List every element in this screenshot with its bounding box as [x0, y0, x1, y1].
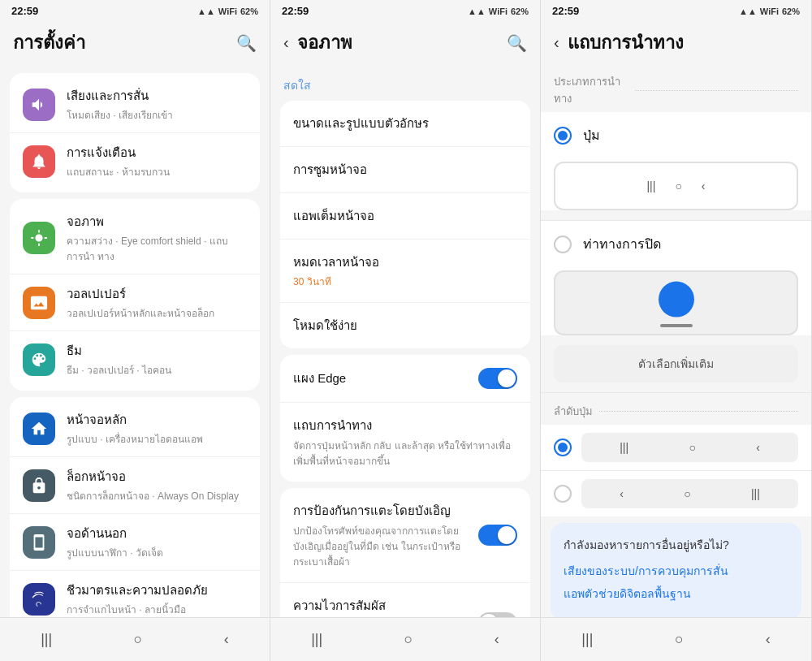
status-bar-2: 22:59 ▲▲ WiFi 62%	[270, 0, 540, 20]
zoom-item[interactable]: การซูมหน้าจอ	[280, 147, 530, 193]
panel2-header: ‹ จอภาพ 🔍	[270, 20, 540, 65]
home-btn-1[interactable]: ○	[118, 624, 159, 655]
timeout-item[interactable]: หมดเวลาหน้าจอ 30 วินาที	[280, 240, 530, 303]
menu-item-display[interactable]: จอภาพ ความสว่าง · Eye comfort shield · แ…	[10, 202, 260, 274]
sound-subtitle: โหมดเสียง · เสียงเรียกเข้า	[67, 107, 247, 123]
search-icon-2[interactable]: 🔍	[507, 33, 527, 53]
back-icon-3[interactable]: ‹	[554, 33, 559, 52]
panel3-scroll: ประเภทการนำทาง ปุ่ม ||| ○ ‹	[541, 65, 811, 661]
menu-item-notification[interactable]: การแจ้งเตือน แถบสถานะ · ห้ามรบกวน	[10, 133, 260, 189]
status-bar-3: 22:59 ▲▲ WiFi 62%	[541, 0, 811, 20]
more-button[interactable]: ตัวเลือกเพิ่มเติม	[554, 345, 798, 382]
navbar-item[interactable]: แถบการนำทาง จัดการปุ่มหน้าหลัก กลับ และล…	[280, 403, 530, 482]
biometrics-subtitle: การจำแกไบหน้า · ลายนิ้วมือ	[67, 602, 247, 617]
homescreen-title: หน้าจอหลัก	[67, 410, 247, 430]
wallpaper-icon	[23, 287, 55, 319]
search-icon-1[interactable]: 🔍	[236, 33, 257, 53]
display-group-2: แผง Edge แถบการนำทาง จัดการปุ่มหน้าหลัก …	[280, 355, 530, 482]
recent-btn-2[interactable]: |||	[295, 624, 339, 655]
recent-btn-1[interactable]: |||	[24, 624, 68, 655]
button-order-section: ลำดับปุ่ม ||| ○ ‹ ‹	[541, 396, 811, 516]
section-label-bright[interactable]: สดใส	[270, 70, 540, 97]
status-icons-2: ▲▲ WiFi 62%	[468, 6, 529, 16]
button-option-container: ปุ่ม ||| ○ ‹	[541, 112, 811, 210]
fullapp-title: แอพเต็มหน้าจอ	[293, 206, 517, 226]
menu-item-homescreen[interactable]: หน้าจอหลัก รูปแบบ · เครื่องหมายไอดอนแอพ	[10, 400, 260, 457]
back-btn-2[interactable]: ‹	[478, 624, 516, 655]
lockscreen-title: ล็อกหน้าจอ	[67, 467, 247, 486]
panel3-title: แถบการนำทาง	[568, 28, 684, 57]
mock-back: ‹	[702, 179, 706, 192]
sound-icon	[23, 89, 55, 121]
display-subtitle: ความสว่าง · Eye comfort shield · แถบการน…	[67, 233, 247, 264]
mock-recent: |||	[646, 179, 655, 192]
homescreen-subtitle: รูปแบบ · เครื่องหมายไอดอนแอพ	[67, 431, 247, 447]
nav-type-label: ประเภทการนำทาง	[554, 73, 635, 107]
order2-bar: ‹ ○ |||	[581, 479, 798, 508]
timeout-title: หมดเวลาหน้าจอ	[293, 253, 517, 272]
easymode-item[interactable]: โหมดใช้ง่าย	[280, 303, 530, 348]
signal-icon-2: ▲▲	[468, 6, 486, 16]
wallpaper-subtitle: วอลเปเปอร์หน้าหลักและหน้าจอล็อก	[67, 305, 247, 321]
biometrics-title: ชีวมาตรและความปลอดภัย	[67, 581, 247, 600]
button-radio[interactable]	[554, 127, 572, 145]
looking-link-1[interactable]: เสียงของระบบ/การควบคุมการสั่น	[564, 562, 788, 580]
button-option[interactable]: ปุ่ม	[541, 115, 811, 155]
home-btn-2[interactable]: ○	[388, 624, 430, 655]
aod-title: จอด้านนอก	[67, 524, 247, 543]
accidenttouch-item[interactable]: การป้องกันการแตะโดยบังเอิญ ปกป้องโทรศัพท…	[280, 488, 530, 583]
sound-title: เสียงและการสั่น	[67, 86, 247, 106]
menu-item-aod[interactable]: จอด้านนอก รูปแบบนาฬิกา · วัดเจ็ต	[10, 514, 260, 571]
theme-icon	[23, 343, 55, 376]
menu-item-lockscreen[interactable]: ล็อกหน้าจอ ชนิดการล็อกหน้าจอ · Always On…	[10, 457, 260, 514]
back-btn-3[interactable]: ‹	[749, 624, 787, 655]
font-size-item[interactable]: ขนาดและรูปแบบตัวอักษร	[280, 101, 530, 147]
battery-2: 62%	[511, 6, 529, 16]
wifi-icon-2: WiFi	[489, 6, 508, 16]
lockscreen-icon	[23, 469, 55, 502]
fullapp-item[interactable]: แอพเต็มหน้าจอ	[280, 193, 530, 240]
home-btn-3[interactable]: ○	[659, 624, 700, 655]
display-group-1: ขนาดและรูปแบบตัวอักษร การซูมหน้าจอ แอพเต…	[280, 101, 530, 348]
back-icon-2[interactable]: ‹	[283, 33, 289, 52]
swipe-mockup	[554, 270, 798, 335]
notification-text: การแจ้งเตือน แถบสถานะ · ห้ามรบกวน	[67, 143, 247, 179]
edgepanel-item[interactable]: แผง Edge	[280, 355, 530, 403]
looking-link-2[interactable]: แอพตัวช่วยดิจิตอลพื้นฐาน	[564, 585, 788, 603]
order1-bar: ||| ○ ‹	[581, 433, 798, 462]
menu-item-sound[interactable]: เสียงและการสั่น โหมดเสียง · เสียงเรียกเข…	[10, 76, 260, 133]
zoom-title: การซูมหน้าจอ	[293, 160, 517, 179]
aod-subtitle: รูปแบบนาฬิกา · วัดเจ็ต	[67, 545, 247, 560]
order1-radio[interactable]	[554, 439, 572, 456]
looking-title: กำลังมองหารายการอื่นอยู่หรือไม่?	[564, 536, 788, 554]
time-2: 22:59	[282, 5, 309, 17]
bottom-nav-1: ||| ○ ‹	[0, 617, 270, 661]
edgepanel-title: แผง Edge	[293, 369, 478, 388]
back-btn-1[interactable]: ‹	[208, 624, 245, 655]
battery-1: 62%	[240, 6, 258, 16]
order-option-2[interactable]: ‹ ○ |||	[541, 471, 811, 516]
time-1: 22:59	[11, 5, 38, 17]
recent-btn-3[interactable]: |||	[565, 624, 609, 655]
looking-card: กำลังมองหารายการอื่นอยู่หรือไม่? เสียงขอ…	[551, 523, 801, 620]
swipe-radio[interactable]	[554, 235, 572, 253]
menu-item-theme[interactable]: ธีม ธีม · วอลเปเปอร์ · ไอคอน	[10, 331, 260, 387]
swipe-label: ท่าทางการปิด	[583, 234, 661, 254]
order-option-1[interactable]: ||| ○ ‹	[541, 425, 811, 470]
order1-sym3: ‹	[756, 441, 760, 454]
wifi-icon: WiFi	[218, 6, 237, 16]
settings-section-3: หน้าจอหลัก รูปแบบ · เครื่องหมายไอดอนแอพ …	[10, 397, 260, 630]
menu-item-wallpaper[interactable]: วอลเปเปอร์ วอลเปเปอร์หน้าหลักและหน้าจอล็…	[10, 274, 260, 331]
nav-type-header: ประเภทการนำทาง	[541, 67, 811, 112]
notification-title: การแจ้งเตือน	[67, 143, 247, 162]
order-options: ||| ○ ‹ ‹ ○ |||	[541, 425, 811, 516]
display-icon	[23, 222, 55, 254]
time-3: 22:59	[552, 5, 579, 17]
accidenttouch-toggle[interactable]	[478, 525, 517, 546]
order2-radio[interactable]	[554, 485, 572, 503]
panel-navigation: 22:59 ▲▲ WiFi 62% ‹ แถบการนำทาง ประเภทกา…	[541, 0, 812, 661]
theme-subtitle: ธีม · วอลเปเปอร์ · ไอคอน	[67, 362, 247, 378]
homescreen-text: หน้าจอหลัก รูปแบบ · เครื่องหมายไอดอนแอพ	[67, 410, 247, 447]
edgepanel-toggle[interactable]	[478, 368, 517, 389]
swipe-option[interactable]: ท่าทางการปิด	[541, 224, 811, 264]
